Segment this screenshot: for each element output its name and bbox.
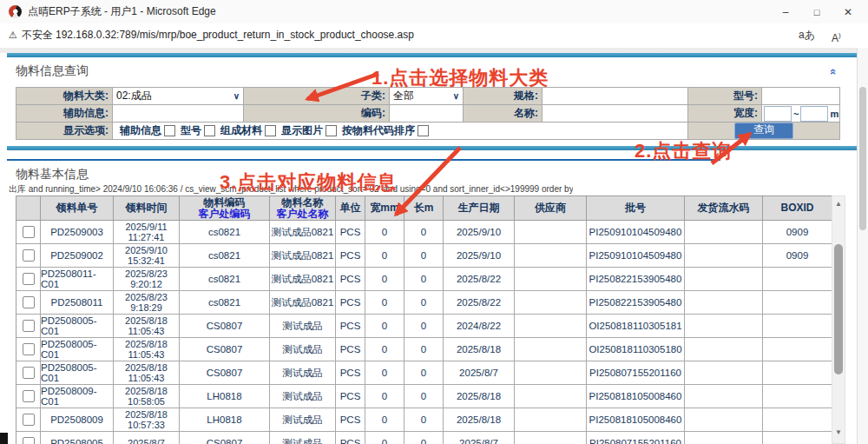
row-checkbox[interactable]	[23, 226, 35, 238]
boxid-cell[interactable]	[763, 432, 832, 444]
length-cell[interactable]: 0	[404, 361, 444, 385]
width-cell[interactable]: 0	[365, 244, 404, 268]
width-cell[interactable]: 0	[365, 361, 404, 385]
material-name-cell[interactable]: 测试成品0821	[270, 221, 336, 244]
request-time-cell[interactable]: 2025/8/1810:57:33	[114, 408, 180, 432]
batch-number-cell[interactable]: OI250818110305180	[587, 338, 685, 361]
production-date-cell[interactable]: 2025/8/22	[444, 291, 515, 315]
boxid-cell[interactable]	[763, 361, 832, 385]
display-option-checkbox[interactable]	[326, 125, 337, 136]
supplier-cell[interactable]	[515, 244, 587, 268]
spec-input[interactable]	[542, 88, 687, 104]
unit-cell[interactable]: PCS	[336, 432, 365, 444]
scroll-up-icon[interactable]: ▲	[832, 200, 845, 208]
supplier-cell[interactable]	[515, 315, 587, 338]
material-code-cell[interactable]: CS0807	[180, 361, 270, 385]
production-date-cell[interactable]: 2025/8/18	[444, 385, 515, 408]
unit-cell[interactable]: PCS	[336, 315, 365, 338]
length-cell[interactable]: 0	[404, 244, 444, 268]
production-date-cell[interactable]: 2025/8/7	[444, 432, 515, 444]
order-number-cell[interactable]: PD2508005-C01	[41, 315, 114, 338]
production-date-cell[interactable]: 2024/8/22	[444, 315, 515, 338]
boxid-cell[interactable]: 0909	[763, 221, 832, 244]
row-checkbox[interactable]	[23, 414, 35, 426]
row-checkbox[interactable]	[23, 437, 35, 444]
request-time-cell[interactable]: 2025/9/1015:32:41	[114, 244, 180, 268]
order-number-cell[interactable]: PD2509003	[41, 221, 114, 244]
order-number-cell[interactable]: PD2508009	[41, 408, 114, 432]
supplier-cell[interactable]	[515, 291, 587, 315]
shipping-code-cell[interactable]	[685, 432, 763, 444]
close-button[interactable]: ✕	[833, 0, 863, 23]
unit-cell[interactable]: PCS	[336, 338, 365, 361]
material-name-cell[interactable]: 测试成品	[270, 385, 336, 408]
material-code-cell[interactable]: cs0821	[180, 221, 270, 244]
security-indicator[interactable]: ⚠ 不安全	[9, 23, 53, 47]
material-code-cell[interactable]: cs0821	[180, 268, 270, 291]
production-date-cell[interactable]: 2025/8/22	[444, 268, 515, 291]
query-button[interactable]: 查询	[734, 123, 793, 139]
supplier-cell[interactable]	[515, 221, 587, 244]
length-cell[interactable]: 0	[404, 338, 444, 361]
material-name-cell[interactable]: 测试成品	[270, 315, 336, 338]
unit-cell[interactable]: PCS	[336, 291, 365, 315]
unit-cell[interactable]: PCS	[336, 221, 365, 244]
supplier-cell[interactable]	[515, 432, 587, 444]
boxid-cell[interactable]	[763, 408, 832, 432]
minimize-button[interactable]: –	[771, 0, 800, 23]
width-to-input[interactable]	[800, 106, 828, 122]
order-number-cell[interactable]: PD2508009-C01	[41, 385, 114, 408]
shipping-code-cell[interactable]	[685, 385, 763, 408]
model-input[interactable]	[762, 88, 839, 104]
batch-number-cell[interactable]: PI250822153905480	[587, 291, 685, 315]
material-name-cell[interactable]: 测试成品	[270, 432, 336, 444]
material-code-cell[interactable]: CS0807	[180, 338, 270, 361]
batch-number-cell[interactable]: PI250910104509480	[587, 244, 685, 268]
browser-scrollbar-thumb[interactable]	[859, 87, 866, 230]
shipping-code-cell[interactable]	[685, 268, 763, 291]
material-name-cell[interactable]: 测试成品	[270, 361, 336, 385]
display-option-checkbox[interactable]	[418, 125, 429, 136]
material-code-cell[interactable]: LH0818	[180, 385, 270, 408]
width-cell[interactable]: 0	[365, 291, 404, 315]
row-checkbox[interactable]	[23, 273, 35, 285]
supplier-cell[interactable]	[515, 361, 587, 385]
order-number-cell[interactable]: PD2508011-C01	[41, 268, 114, 291]
aux-info-input[interactable]	[113, 105, 243, 122]
code-input[interactable]	[390, 105, 463, 122]
width-cell[interactable]: 0	[365, 268, 404, 291]
request-time-cell[interactable]: 2025/8/239:20:12	[114, 268, 180, 291]
display-option-checkbox[interactable]	[265, 125, 276, 136]
batch-number-cell[interactable]: PI250910104509480	[587, 221, 685, 244]
table-scrollbar[interactable]: ▲ ▼	[832, 195, 845, 444]
browser-scrollbar[interactable]	[857, 48, 868, 444]
shipping-code-cell[interactable]	[685, 315, 763, 338]
material-category-select[interactable]: 02:成品 ∨	[113, 88, 243, 104]
production-date-cell[interactable]: 2025/8/18	[444, 408, 515, 432]
supplier-cell[interactable]	[515, 408, 587, 432]
order-number-cell[interactable]: PD2508011	[41, 291, 114, 315]
row-checkbox[interactable]	[23, 296, 35, 308]
batch-number-cell[interactable]: PI250818105008460	[587, 385, 685, 408]
row-checkbox[interactable]	[23, 249, 35, 262]
production-date-cell[interactable]: 2025/8/18	[444, 338, 515, 361]
unit-cell[interactable]: PCS	[336, 268, 365, 291]
material-name-cell[interactable]: 测试成品	[270, 408, 336, 432]
name-input[interactable]	[542, 105, 687, 122]
width-cell[interactable]: 0	[365, 315, 404, 338]
translate-icon[interactable]: aあ	[799, 23, 815, 47]
width-cell[interactable]: 0	[365, 338, 404, 361]
maximize-button[interactable]: □	[802, 0, 832, 23]
request-time-cell[interactable]: 2025/8/7	[114, 432, 180, 444]
material-code-cell[interactable]: CS0807	[180, 432, 270, 444]
shipping-code-cell[interactable]	[685, 338, 763, 361]
collapse-panel-icon[interactable]: «	[827, 69, 840, 75]
scroll-down-icon[interactable]: ▼	[832, 428, 845, 436]
request-time-cell[interactable]: 2025/8/1811:05:43	[114, 338, 180, 361]
material-name-cell[interactable]: 测试成品0821	[270, 268, 336, 291]
length-cell[interactable]: 0	[404, 432, 444, 444]
order-number-cell[interactable]: PD2508005	[41, 432, 114, 444]
length-cell[interactable]: 0	[404, 385, 444, 408]
display-option-checkbox[interactable]	[164, 125, 175, 136]
shipping-code-cell[interactable]	[685, 408, 763, 432]
